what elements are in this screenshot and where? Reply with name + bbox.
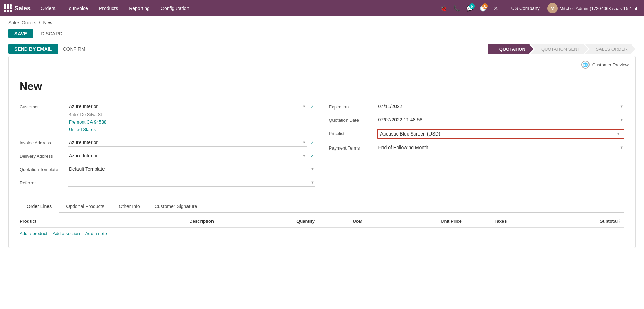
th-unit-price: Unit Price <box>384 219 462 224</box>
delivery-dropdown-arrow: ▼ <box>302 153 307 158</box>
referrer-field-row: Referrer ▼ <box>20 178 315 187</box>
add-section-link[interactable]: Add a section <box>53 231 80 236</box>
customer-address: 4557 De Silva St Fremont CA 94538 United… <box>68 111 315 133</box>
address-line2[interactable]: Fremont CA 94538 <box>69 119 106 125</box>
status-steps: QUOTATION QUOTATION SENT SALES ORDER <box>488 44 636 54</box>
template-value-wrapper: Default Template ▼ <box>68 165 315 173</box>
customer-dropdown-arrow: ▼ <box>302 104 307 109</box>
tabs-row: Order Lines Optional Products Other Info… <box>20 200 624 213</box>
template-dropdown-arrow: ▼ <box>310 166 315 172</box>
close-icon: ✕ <box>494 5 498 12</box>
action-bar: SAVE DISCARD <box>0 27 644 42</box>
user-menu[interactable]: M Mitchell Admin (17204063-saas-15-1-al <box>545 3 640 13</box>
app-name: Sales <box>14 5 31 12</box>
payment-terms-value-wrapper: End of Following Month ▼ <box>377 143 625 152</box>
th-taxes: Taxes <box>462 219 540 224</box>
company-selector[interactable]: US Company <box>509 5 543 11</box>
invoice-address-field-row: Invoice Address Azure Interior ▼ ↗ <box>20 138 315 147</box>
invoice-value-wrapper: Azure Interior ▼ ↗ <box>68 138 315 147</box>
step-quotation[interactable]: QUOTATION <box>488 44 534 54</box>
quotation-date-label: Quotation Date <box>329 116 377 123</box>
nav-divider <box>505 4 505 12</box>
template-dropdown[interactable]: Default Template ▼ <box>68 165 315 173</box>
nav-products[interactable]: Products <box>94 3 123 13</box>
chat-icon-btn[interactable]: 💬 5 <box>464 3 475 14</box>
chat-badge: 5 <box>469 3 475 9</box>
customer-value: Azure Interior <box>68 104 302 109</box>
delivery-dropdown[interactable]: Azure Interior ▼ <box>68 152 307 160</box>
breadcrumb-parent[interactable]: Sales Orders <box>8 20 36 25</box>
payment-terms-value: End of Following Month <box>377 145 619 150</box>
form-area: 🌐 Customer Preview New Customer <box>8 56 636 248</box>
th-subtotal: Subtotal <box>539 219 618 224</box>
th-actions: ⋮ <box>618 219 624 224</box>
expiration-value: 07/11/2022 <box>377 104 619 109</box>
invoice-input-row: Azure Interior ▼ ↗ <box>68 138 315 147</box>
expiration-label: Expiration <box>329 102 377 110</box>
invoice-dropdown-arrow: ▼ <box>302 140 307 145</box>
table-add-row: Add a product Add a section Add a note <box>20 228 624 240</box>
step-sales-order[interactable]: SALES ORDER <box>585 44 636 54</box>
expiration-dropdown[interactable]: 07/11/2022 ▼ <box>377 102 625 111</box>
pricelist-highlight-box: Acoustic Bloc Screen (USD) ▼ <box>377 129 625 139</box>
tab-optional-products[interactable]: Optional Products <box>59 200 111 213</box>
nav-configuration[interactable]: Configuration <box>156 3 194 13</box>
referrer-label: Referrer <box>20 178 68 185</box>
phone-icon-btn[interactable]: 📞 <box>451 3 462 14</box>
confirm-button[interactable]: CONFIRM <box>58 44 90 54</box>
close-icon-btn[interactable]: ✕ <box>490 3 501 14</box>
phone-icon: 📞 <box>453 5 460 12</box>
clock-badge: 31 <box>482 3 488 9</box>
customer-label: Customer <box>20 102 68 110</box>
nav-reporting[interactable]: Reporting <box>124 3 155 13</box>
tab-customer-signature[interactable]: Customer Signature <box>147 200 205 213</box>
payment-terms-dropdown-arrow: ▼ <box>619 145 624 150</box>
customer-value-wrapper: Azure Interior ▼ ↗ 4557 De Silva St Frem… <box>68 102 315 133</box>
quotation-date-value-wrapper: 07/07/2022 11:48:58 ▼ <box>377 116 625 124</box>
invoice-external-link[interactable]: ↗ <box>308 139 315 146</box>
nav-orders[interactable]: Orders <box>36 3 60 13</box>
expiration-value-wrapper: 07/11/2022 ▼ <box>377 102 625 111</box>
status-bar: SEND BY EMAIL CONFIRM QUOTATION QUOTATIO… <box>0 42 644 56</box>
referrer-value-wrapper: ▼ <box>68 178 315 187</box>
address-line3[interactable]: United States <box>69 127 96 132</box>
quotation-date-dropdown[interactable]: 07/07/2022 11:48:58 ▼ <box>377 116 625 124</box>
template-label: Quotation Template <box>20 165 68 172</box>
save-button[interactable]: SAVE <box>8 29 33 38</box>
template-value: Default Template <box>68 166 310 172</box>
payment-terms-label: Payment Terms <box>329 143 377 151</box>
nav-to-invoice[interactable]: To Invoice <box>62 3 93 13</box>
send-email-button[interactable]: SEND BY EMAIL <box>8 44 58 54</box>
delivery-external-link[interactable]: ↗ <box>308 153 315 159</box>
add-product-link[interactable]: Add a product <box>20 231 47 236</box>
tab-other-info[interactable]: Other Info <box>111 200 147 213</box>
add-note-link[interactable]: Add a note <box>85 231 107 236</box>
breadcrumb: Sales Orders / New <box>0 16 644 27</box>
step-quotation-sent[interactable]: QUOTATION SENT <box>530 44 588 54</box>
bug-icon: 🐞 <box>440 5 447 12</box>
breadcrumb-separator: / <box>39 20 40 25</box>
expiration-dropdown-arrow: ▼ <box>619 104 624 109</box>
referrer-dropdown[interactable]: ▼ <box>68 178 315 187</box>
customer-field-row: Customer Azure Interior ▼ ↗ 4557 De Silv <box>20 102 315 133</box>
delivery-label: Delivery Address <box>20 152 68 159</box>
tab-order-lines[interactable]: Order Lines <box>20 200 59 213</box>
invoice-dropdown[interactable]: Azure Interior ▼ <box>68 138 307 147</box>
customer-input-row: Azure Interior ▼ ↗ <box>68 102 315 111</box>
pricelist-dropdown-arrow[interactable]: ▼ <box>616 131 621 137</box>
quotation-date-dropdown-arrow: ▼ <box>619 117 624 123</box>
app-logo[interactable]: Sales <box>4 4 31 12</box>
delivery-address-field-row: Delivery Address Azure Interior ▼ ↗ <box>20 152 315 160</box>
customer-external-link[interactable]: ↗ <box>308 103 315 110</box>
topnav-icons: 🐞 📞 💬 5 🕐 31 ✕ US Company M Mitchell Adm… <box>438 3 640 14</box>
customer-preview-button[interactable]: 🌐 Customer Preview <box>581 61 629 69</box>
bug-icon-btn[interactable]: 🐞 <box>438 3 449 14</box>
clock-icon-btn[interactable]: 🕐 31 <box>477 3 488 14</box>
delivery-input-row: Azure Interior ▼ ↗ <box>68 152 315 160</box>
pricelist-value-wrapper: Acoustic Bloc Screen (USD) ▼ <box>377 129 625 139</box>
pricelist-field-row: Pricelist Acoustic Bloc Screen (USD) ▼ <box>329 129 625 139</box>
customer-dropdown[interactable]: Azure Interior ▼ <box>68 102 307 111</box>
payment-terms-dropdown[interactable]: End of Following Month ▼ <box>377 143 625 152</box>
discard-button[interactable]: DISCARD <box>36 29 67 38</box>
form-body: New Customer Azure Interior ▼ <box>9 72 635 248</box>
